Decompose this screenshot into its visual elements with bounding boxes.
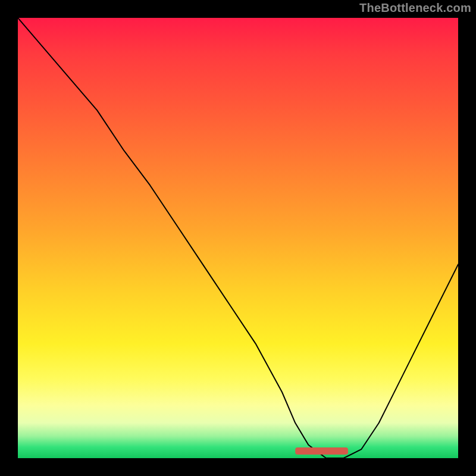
- bottleneck-curve: [18, 18, 458, 458]
- plot-area: [18, 18, 458, 458]
- watermark-text: TheBottleneck.com: [359, 1, 471, 15]
- optimal-marker: [295, 447, 348, 455]
- curve-layer: [18, 18, 458, 458]
- chart-frame: TheBottleneck.com: [0, 0, 476, 476]
